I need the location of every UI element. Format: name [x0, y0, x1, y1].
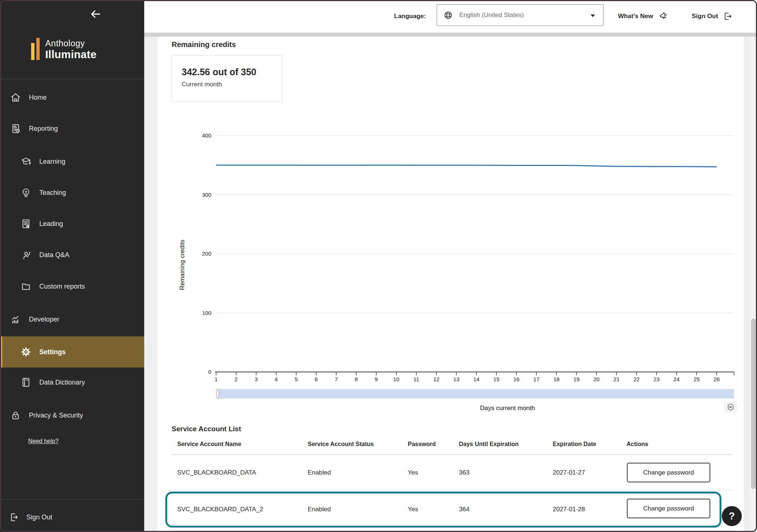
y-tick-label: 200 — [202, 250, 211, 257]
sidebar-collapse-button[interactable] — [88, 7, 103, 21]
column-header-actions: Actions — [627, 441, 648, 448]
anthology-illuminate-logo: Anthology Illuminate — [31, 37, 96, 60]
sidebar-item-label: Custom reports — [39, 283, 85, 290]
row1-name: SVC_BLACKBOARD_DATA — [177, 469, 256, 476]
service-account-list-title: Service Account List — [172, 425, 241, 433]
globe-icon — [443, 10, 453, 20]
sidebar-item-learning[interactable]: Learning — [0, 146, 144, 177]
sidebar-divider — [0, 79, 144, 79]
x-tick-label: 3 — [255, 376, 258, 382]
sidebar-item-leading[interactable]: Leading — [0, 208, 144, 239]
top-header: Language: English (United States) What’s… — [144, 0, 757, 33]
remaining-credits-chart: 0100200300400123456789101112131415161718… — [156, 37, 745, 422]
sidebar-item-privacy-security[interactable]: Privacy & Security — [0, 400, 144, 431]
sidebar: Anthology Illuminate Home Reporting Lear… — [0, 0, 144, 532]
x-tick-label: 20 — [594, 376, 600, 382]
x-tick-label: 7 — [335, 376, 338, 382]
row1-change-password-button[interactable]: Change password — [627, 463, 710, 482]
header-sign-out-label: Sign Out — [692, 13, 718, 20]
table-header-border — [171, 454, 733, 455]
row1-expiration: 2027-01-27 — [553, 469, 585, 476]
chevron-down-icon — [591, 14, 595, 17]
lock-icon — [10, 410, 21, 421]
x-tick-label: 5 — [295, 376, 298, 382]
app-window: Anthology Illuminate Home Reporting Lear… — [0, 0, 757, 532]
row2-password: Yes — [408, 506, 418, 513]
sidebar-item-label: Data Q&A — [39, 251, 69, 259]
row2-expiration: 2027-01-28 — [553, 506, 585, 513]
sidebar-item-home[interactable]: Home — [0, 82, 144, 113]
column-header-status: Service Account Status — [308, 441, 374, 448]
x-tick-label: 1 — [215, 376, 218, 382]
help-button[interactable]: ? — [722, 506, 742, 526]
x-tick-label: 16 — [513, 376, 520, 382]
x-tick-label: 17 — [533, 376, 540, 382]
y-tick-label: 100 — [202, 310, 211, 316]
teaching-icon — [20, 187, 32, 198]
x-tick-label: 14 — [473, 376, 480, 382]
sidebar-item-teaching[interactable]: Teaching — [0, 177, 144, 208]
logo-brand: Anthology — [45, 39, 96, 48]
sign-out-label: Sign Out — [26, 513, 52, 521]
row2-name: SVC_BLACKBOARD_DATA_2 — [177, 506, 263, 513]
back-arrow-icon — [89, 8, 102, 20]
whats-new-button[interactable]: What’s New — [618, 0, 669, 33]
sidebar-item-label: Privacy & Security — [29, 412, 83, 419]
sidebar-item-data-qa[interactable]: Data Q&A — [0, 239, 144, 270]
x-axis-title: Days current month — [480, 405, 535, 412]
table-bottom-border — [171, 531, 733, 531]
x-tick-label: 12 — [433, 376, 440, 382]
sidebar-item-settings[interactable]: Settings — [0, 336, 144, 368]
table-row-divider — [171, 490, 733, 491]
megaphone-icon — [658, 11, 669, 22]
x-tick-label: 15 — [493, 376, 500, 382]
x-tick-label: 4 — [275, 376, 278, 382]
row2-change-password-button[interactable]: Change password — [627, 499, 710, 518]
language-select[interactable]: English (United States) — [437, 4, 604, 26]
language-label: Language: — [394, 0, 426, 33]
sidebar-item-label: Home — [29, 94, 47, 102]
custom-reports-icon — [20, 281, 32, 292]
row1-status: Enabled — [308, 469, 331, 476]
data-qa-icon — [20, 249, 32, 260]
row2-days: 364 — [459, 506, 469, 513]
home-icon — [10, 92, 21, 103]
x-tick-label: 8 — [355, 376, 358, 382]
y-axis-title: Remaining credits — [179, 240, 186, 290]
need-help-link[interactable]: Need help? — [28, 438, 59, 445]
x-tick-label: 24 — [674, 376, 680, 382]
column-header-days: Days Until Expiration — [459, 441, 519, 448]
chart-range-slider[interactable] — [217, 389, 734, 399]
sign-out-icon — [9, 512, 20, 523]
sidebar-item-label: Learning — [39, 158, 65, 166]
x-tick-label: 19 — [573, 376, 580, 382]
header-sign-out-button[interactable]: Sign Out — [692, 0, 733, 33]
x-tick-label: 18 — [553, 376, 560, 382]
y-tick-label: 0 — [208, 369, 211, 375]
sidebar-sign-out[interactable]: Sign Out — [0, 502, 144, 532]
x-tick-label: 22 — [634, 376, 640, 382]
leading-icon — [20, 218, 32, 229]
sidebar-item-custom-reports[interactable]: Custom reports — [0, 271, 144, 302]
sidebar-item-label: Data Dictionary — [39, 379, 85, 386]
row1-password: Yes — [408, 469, 418, 476]
column-header-expiration: Expiration Date — [553, 441, 596, 448]
sidebar-item-data-dictionary[interactable]: Data Dictionary — [0, 367, 144, 398]
column-header-name: Service Account Name — [177, 441, 241, 448]
reporting-icon — [10, 123, 21, 134]
vertical-scrollbar-thumb[interactable] — [751, 319, 756, 489]
column-header-password: Password — [408, 441, 436, 448]
x-tick-label: 21 — [614, 376, 620, 382]
chart-range-slider-handle[interactable] — [216, 389, 219, 398]
sidebar-item-developer[interactable]: Developer — [0, 304, 144, 335]
y-tick-label: 400 — [202, 132, 211, 139]
data-dictionary-icon — [20, 377, 32, 388]
sidebar-item-label: Developer — [29, 316, 59, 323]
sidebar-bottom-divider — [0, 499, 144, 500]
developer-icon — [10, 314, 21, 325]
logo-product: Illuminate — [45, 49, 96, 60]
sidebar-item-reporting[interactable]: Reporting — [0, 113, 144, 144]
x-tick-label: 11 — [413, 376, 419, 382]
learning-icon — [20, 156, 32, 167]
chart-watermark-button[interactable] — [724, 401, 737, 413]
